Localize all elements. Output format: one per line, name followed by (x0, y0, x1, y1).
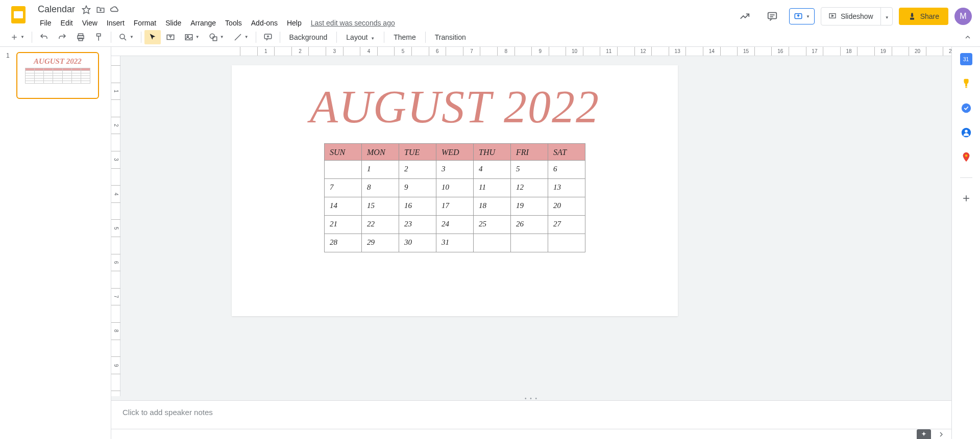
account-avatar[interactable]: M (954, 8, 972, 25)
new-slide-button[interactable]: ▼ (6, 30, 29, 44)
star-icon[interactable] (81, 5, 91, 15)
select-tool[interactable] (144, 30, 161, 44)
share-button[interactable]: Share (899, 8, 948, 25)
calendar-cell[interactable]: 21 (325, 216, 362, 234)
calendar-cell[interactable]: 22 (362, 216, 399, 234)
menu-view[interactable]: View (78, 17, 102, 29)
calendar-cell[interactable]: 19 (511, 197, 548, 216)
comment-tool[interactable] (259, 30, 277, 45)
slide-canvas[interactable]: AUGUST 2022 SUNMONTUEWEDTHUFRISAT 123456… (232, 65, 678, 316)
image-tool[interactable]: ▼ (180, 30, 204, 45)
paint-format-button[interactable] (90, 30, 108, 45)
calendar-cell[interactable]: 30 (399, 234, 436, 252)
maps-app-icon[interactable] (960, 151, 972, 163)
menu-tools[interactable]: Tools (221, 17, 246, 29)
svg-rect-1 (14, 11, 23, 18)
last-edit-link[interactable]: Last edit was seconds ago (311, 19, 395, 27)
calendar-cell[interactable]: 17 (436, 197, 474, 216)
calendar-cell[interactable]: 16 (399, 197, 436, 216)
calendar-cell[interactable]: 3 (436, 161, 474, 179)
menu-insert[interactable]: Insert (103, 17, 129, 29)
calendar-table[interactable]: SUNMONTUEWEDTHUFRISAT 123456789101112131… (324, 143, 585, 252)
calendar-header-cell[interactable]: MON (362, 144, 399, 161)
explore-button[interactable] (917, 429, 931, 440)
calendar-header-cell[interactable]: SUN (325, 144, 362, 161)
calendar-cell[interactable]: 31 (436, 234, 474, 252)
comments-icon[interactable] (762, 8, 783, 25)
calendar-cell[interactable]: 10 (436, 179, 474, 197)
collapse-toolbar-icon[interactable] (962, 31, 974, 43)
menu-file[interactable]: File (36, 17, 56, 29)
transition-button[interactable]: Transition (429, 30, 472, 44)
menu-addons[interactable]: Add-ons (247, 17, 282, 29)
calendar-cell[interactable]: 14 (325, 197, 362, 216)
slide-thumb-1[interactable]: AUGUST 2022 (16, 52, 99, 99)
menu-slide[interactable]: Slide (161, 17, 185, 29)
textbox-tool[interactable] (162, 30, 179, 45)
calendar-cell[interactable]: 24 (436, 216, 474, 234)
calendar-cell[interactable]: 5 (511, 161, 548, 179)
slideshow-button[interactable]: Slideshow (821, 8, 881, 25)
menu-edit[interactable]: Edit (57, 17, 77, 29)
print-button[interactable] (72, 30, 89, 45)
calendar-cell[interactable]: 7 (325, 179, 362, 197)
shape-tool[interactable]: ▼ (205, 30, 228, 45)
tasks-app-icon[interactable] (960, 102, 972, 114)
calendar-cell[interactable]: 2 (399, 161, 436, 179)
menu-arrange[interactable]: Arrange (186, 17, 220, 29)
layout-button[interactable]: Layout ▼ (340, 30, 381, 44)
calendar-cell[interactable]: 9 (399, 179, 436, 197)
slide-viewport[interactable]: AUGUST 2022 SUNMONTUEWEDTHUFRISAT 123456… (120, 56, 951, 396)
menu-help[interactable]: Help (283, 17, 306, 29)
calendar-cell[interactable]: 18 (474, 197, 511, 216)
calendar-cell[interactable]: 6 (548, 161, 585, 179)
undo-button[interactable] (35, 30, 53, 45)
redo-button[interactable] (54, 30, 71, 45)
calendar-cell[interactable] (474, 234, 511, 252)
doc-title[interactable]: Calendar (36, 3, 77, 16)
speaker-notes[interactable]: Click to add speaker notes (111, 400, 951, 429)
calendar-cell[interactable] (548, 234, 585, 252)
add-app-icon[interactable] (960, 192, 972, 204)
background-button[interactable]: Background (283, 30, 334, 44)
contacts-app-icon[interactable] (960, 126, 972, 139)
calendar-cell[interactable]: 26 (511, 216, 548, 234)
calendar-app-icon[interactable]: 31 (960, 53, 972, 65)
present-to-meeting-button[interactable]: ▼ (789, 8, 815, 24)
calendar-cell[interactable]: 1 (362, 161, 399, 179)
calendar-cell[interactable]: 27 (548, 216, 585, 234)
calendar-cell[interactable]: 13 (548, 179, 585, 197)
zoom-button[interactable]: ▼ (114, 30, 138, 45)
calendar-cell[interactable] (511, 234, 548, 252)
calendar-header-cell[interactable]: WED (436, 144, 474, 161)
line-tool[interactable]: ▼ (229, 30, 253, 45)
calendar-cell[interactable]: 20 (548, 197, 585, 216)
slides-logo[interactable] (8, 4, 29, 24)
chevron-right-icon[interactable] (937, 430, 945, 438)
calendar-cell[interactable]: 4 (474, 161, 511, 179)
menu-format[interactable]: Format (130, 17, 160, 29)
header-right: ▼ Slideshow ▼ Share M (734, 7, 972, 25)
calendar-cell[interactable]: 8 (362, 179, 399, 197)
calendar-header-cell[interactable]: THU (474, 144, 511, 161)
cloud-status-icon[interactable] (110, 5, 120, 15)
calendar-cell[interactable] (325, 161, 362, 179)
calendar-header-cell[interactable]: FRI (511, 144, 548, 161)
activity-icon[interactable] (734, 8, 755, 25)
calendar-cell[interactable]: 23 (399, 216, 436, 234)
calendar-cell[interactable]: 25 (474, 216, 511, 234)
keep-app-icon[interactable] (960, 78, 972, 90)
calendar-cell[interactable]: 15 (362, 197, 399, 216)
calendar-cell[interactable]: 28 (325, 234, 362, 252)
calendar-cell[interactable]: 11 (474, 179, 511, 197)
theme-button[interactable]: Theme (387, 30, 422, 44)
calendar-cell[interactable]: 12 (511, 179, 548, 197)
notes-resize-handle[interactable]: • • • (111, 396, 951, 400)
slide-title[interactable]: AUGUST 2022 (232, 81, 678, 133)
calendar-header-cell[interactable]: SAT (548, 144, 585, 161)
calendar-header-cell[interactable]: TUE (399, 144, 436, 161)
thumb-title: AUGUST 2022 (34, 57, 82, 66)
slideshow-dropdown[interactable]: ▼ (881, 8, 892, 25)
move-icon[interactable] (95, 5, 106, 15)
calendar-cell[interactable]: 29 (362, 234, 399, 252)
